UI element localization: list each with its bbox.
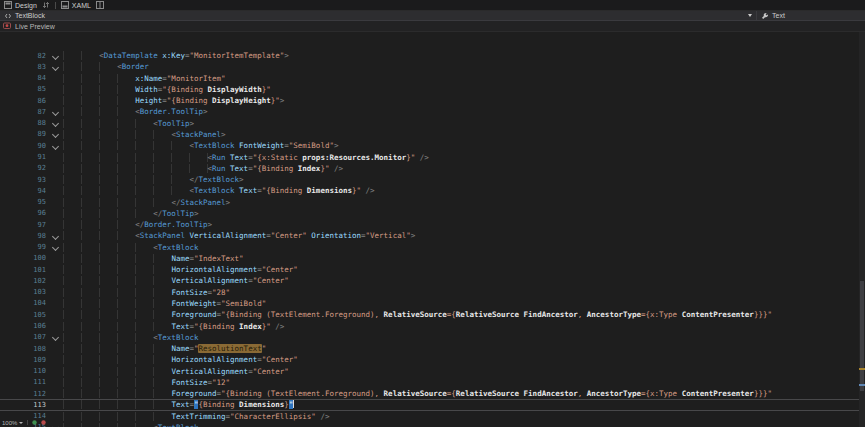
code-text[interactable]: <DataTemplate x:Key="MonitorItemTemplate… <box>63 51 865 60</box>
code-line[interactable]: 110 VerticalAlignment="Center" <box>0 365 865 376</box>
fold-chevron-icon[interactable] <box>50 230 63 241</box>
code-text[interactable]: <StackPanel> <box>63 130 865 139</box>
code-line[interactable]: 94 <TextBlock Text="{Binding Dimensions}… <box>0 185 865 196</box>
code-text[interactable]: Name="IndexText" <box>63 254 865 263</box>
code-line[interactable]: 88 <ToolTip> <box>0 118 865 129</box>
code-text[interactable]: <Border.ToolTip> <box>63 107 865 116</box>
code-text[interactable]: </TextBlock> <box>63 175 865 184</box>
code-text[interactable]: Text="{Binding Index}" /> <box>63 322 865 331</box>
code-text[interactable]: Width="{Binding DisplayWidth}" <box>63 85 865 94</box>
code-text[interactable]: </StackPanel> <box>63 198 865 207</box>
fold-chevron-icon[interactable] <box>50 61 63 72</box>
code-text[interactable]: <Border <box>63 62 865 71</box>
code-line[interactable]: 91 <Run Text="{x:Static props:Resources.… <box>0 151 865 162</box>
code-line[interactable]: 112 Foreground="{Binding (TextElement.Fo… <box>0 388 865 399</box>
code-text[interactable]: Foreground="{Binding (TextElement.Foregr… <box>63 389 865 398</box>
code-text[interactable]: x:Name="MonitorItem" <box>63 74 865 83</box>
code-line[interactable]: 98 <StackPanel VerticalAlignment="Center… <box>0 230 865 241</box>
line-number: 107 <box>0 333 50 341</box>
code-text[interactable]: Foreground="{Binding (TextElement.Foregr… <box>63 310 865 319</box>
code-text[interactable]: <TextBlock Text="{Binding Dimensions}" /… <box>63 186 865 195</box>
vertical-scrollbar[interactable] <box>859 32 865 427</box>
split-view-icon[interactable] <box>96 1 104 9</box>
code-line[interactable]: 106 Text="{Binding Index}" /> <box>0 320 865 331</box>
zoom-control[interactable]: 100% <box>2 420 23 426</box>
design-view-button[interactable]: Design <box>4 1 37 9</box>
fold-chevron-icon[interactable] <box>50 106 63 117</box>
code-text[interactable]: FontSize="12" <box>63 378 865 387</box>
code-text[interactable]: FontWeight="SemiBold" <box>63 299 865 308</box>
error-indicator-icon[interactable] <box>41 420 46 425</box>
code-text[interactable]: HorizontalAlignment="Center" <box>63 265 865 274</box>
fold-chevron-icon[interactable] <box>50 242 63 253</box>
code-line[interactable]: 103 FontSize="28" <box>0 287 865 298</box>
code-line[interactable]: 93 </TextBlock> <box>0 174 865 185</box>
code-line[interactable]: 101 HorizontalAlignment="Center" <box>0 264 865 275</box>
code-text[interactable]: VerticalAlignment="Center" <box>63 276 865 285</box>
line-number: 90 <box>0 142 50 150</box>
code-line[interactable]: 86 Height="{Binding DisplayHeight}"> <box>0 95 865 106</box>
code-text[interactable]: Height="{Binding DisplayHeight}"> <box>63 96 865 105</box>
code-text[interactable]: <TextBlock <box>63 333 865 342</box>
element-breadcrumb-dropdown[interactable]: TextBlock <box>0 11 756 20</box>
fold-chevron-icon[interactable] <box>50 422 63 427</box>
code-line[interactable]: 99 <TextBlock <box>0 242 865 253</box>
code-line[interactable]: 104 FontWeight="SemiBold" <box>0 298 865 309</box>
code-text[interactable]: FontSize="28" <box>63 288 865 297</box>
code-line[interactable]: 83 <Border <box>0 61 865 72</box>
line-number: 102 <box>0 277 50 285</box>
code-line[interactable]: 107 <TextBlock <box>0 332 865 343</box>
code-line[interactable]: 97 </Border.ToolTip> <box>0 219 865 230</box>
code-line[interactable]: 111 FontSize="12" <box>0 377 865 388</box>
code-line[interactable]: 96 </ToolTip> <box>0 208 865 219</box>
code-text[interactable]: </ToolTip> <box>63 209 865 218</box>
code-text[interactable]: TextTrimming="CharacterEllipsis" /> <box>63 412 865 421</box>
code-line[interactable]: 100 Name="IndexText" <box>0 253 865 264</box>
code-text[interactable]: Name="ResolutionText" <box>63 344 865 353</box>
code-line[interactable]: 87 <Border.ToolTip> <box>0 106 865 117</box>
code-text[interactable]: VerticalAlignment="Center" <box>63 367 865 376</box>
code-line[interactable]: 102 VerticalAlignment="Center" <box>0 275 865 286</box>
fold-chevron-icon[interactable] <box>50 50 63 61</box>
xaml-view-button[interactable]: XAML <box>61 1 91 9</box>
fold-chevron-icon[interactable] <box>50 118 63 129</box>
code-line[interactable]: 89 <StackPanel> <box>0 129 865 140</box>
property-breadcrumb-dropdown[interactable]: Text <box>756 11 865 20</box>
line-number: 97 <box>0 221 50 229</box>
code-line[interactable]: 113 Text="{Binding Dimensions}" <box>0 399 865 410</box>
code-line[interactable]: 115 <TextBlock <box>0 422 865 427</box>
code-line[interactable]: 95 </StackPanel> <box>0 196 865 207</box>
code-text[interactable]: <Run Text="{x:Static props:Resources.Mon… <box>63 153 865 162</box>
fold-chevron-icon[interactable] <box>50 129 63 140</box>
live-preview-icon[interactable] <box>3 22 11 30</box>
code-line[interactable]: 85 Width="{Binding DisplayWidth}" <box>0 84 865 95</box>
code-text[interactable]: <Run Text="{Binding Index}" /> <box>63 164 865 173</box>
code-line[interactable]: 114 TextTrimming="CharacterEllipsis" /> <box>0 411 865 422</box>
line-number: 111 <box>0 378 50 386</box>
code-line[interactable]: 92 <Run Text="{Binding Index}" /> <box>0 163 865 174</box>
code-line[interactable]: 108 Name="ResolutionText" <box>0 343 865 354</box>
code-line[interactable]: 90 <TextBlock FontWeight="SemiBold"> <box>0 140 865 151</box>
health-check-icon[interactable] <box>32 420 37 425</box>
code-text[interactable]: <TextBlock <box>63 423 865 427</box>
code-text[interactable]: HorizontalAlignment="Center" <box>63 355 865 364</box>
fold-chevron-icon[interactable] <box>50 140 63 151</box>
code-text[interactable]: <ToolTip> <box>63 119 865 128</box>
fold-chevron-icon[interactable] <box>50 332 63 343</box>
code-text[interactable]: <StackPanel VerticalAlignment="Center" O… <box>63 231 865 240</box>
code-text[interactable]: <TextBlock FontWeight="SemiBold"> <box>63 141 865 150</box>
code-line[interactable]: 105 Foreground="{Binding (TextElement.Fo… <box>0 309 865 320</box>
swap-panes-icon[interactable] <box>42 1 50 9</box>
code-line[interactable]: 84 x:Name="MonitorItem" <box>0 73 865 84</box>
line-number: 91 <box>0 153 50 161</box>
code-text[interactable]: </Border.ToolTip> <box>63 220 865 229</box>
code-text[interactable]: Text="{Binding Dimensions}" <box>63 400 865 409</box>
scrollbar-thumb[interactable] <box>860 281 864 392</box>
line-number: 99 <box>0 243 50 251</box>
code-text[interactable]: <TextBlock <box>63 243 865 252</box>
fold-spacer <box>50 151 63 162</box>
code-line[interactable]: 109 HorizontalAlignment="Center" <box>0 354 865 365</box>
code-line[interactable]: 82 <DataTemplate x:Key="MonitorItemTempl… <box>0 50 865 61</box>
line-number: 108 <box>0 345 50 353</box>
fold-spacer <box>50 343 63 354</box>
